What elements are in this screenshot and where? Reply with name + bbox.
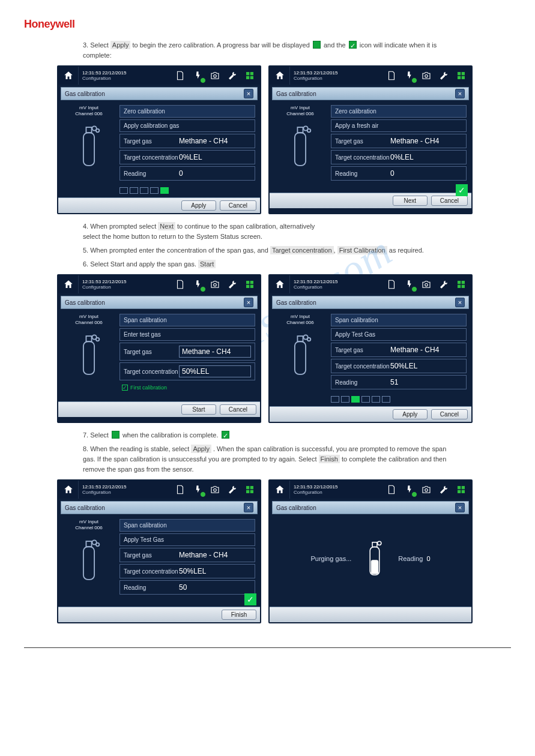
home-button[interactable] [58, 481, 79, 499]
svg-rect-53 [371, 560, 378, 574]
cylinder-icon [77, 122, 100, 171]
target-gas-input[interactable]: Methane - CH4 [179, 346, 251, 358]
screen-span-done: 12:31:53 22/12/2015Configuration Gas cal… [57, 479, 261, 623]
camera-icon[interactable] [207, 277, 223, 292]
apply-button[interactable]: Apply [393, 409, 428, 419]
tools-icon[interactable] [225, 277, 240, 292]
screens-row-1: 12:31:53 22/12/2015 Configuration Gas ca… [57, 65, 511, 214]
svg-point-8 [96, 129, 99, 132]
close-button[interactable]: × [244, 298, 253, 307]
topbar: 12:31:53 22/12/2015 Configuration [58, 67, 260, 85]
camera-icon[interactable] [419, 482, 434, 497]
sd-card-icon[interactable] [384, 277, 399, 292]
close-button[interactable]: × [455, 503, 465, 512]
svg-rect-21 [246, 285, 249, 288]
home-button[interactable] [58, 67, 79, 85]
tools-icon[interactable] [436, 68, 452, 83]
cylinder-fill-icon [364, 538, 385, 580]
edit-icon[interactable] [242, 482, 258, 497]
success-check-icon: ✓ [244, 593, 256, 605]
finish-button[interactable]: Finish [222, 610, 256, 620]
edit-icon[interactable] [242, 277, 258, 292]
svg-rect-3 [246, 76, 249, 79]
step-4-text: 4. When prompted select Next to continue… [83, 221, 452, 242]
svg-rect-22 [250, 285, 253, 288]
svg-rect-28 [458, 281, 461, 284]
edit-icon[interactable] [242, 68, 258, 83]
camera-icon[interactable] [419, 68, 434, 83]
button-bar: Apply Cancel [58, 197, 260, 213]
sd-card-icon[interactable] [384, 482, 399, 497]
home-button[interactable] [270, 481, 290, 499]
value-reading: 0 [179, 169, 251, 178]
cylinder-icon [77, 536, 100, 585]
sd-card-icon[interactable] [384, 68, 399, 83]
home-button[interactable] [58, 275, 79, 293]
kv-target-gas: Target gasMethane - CH4 [119, 134, 255, 148]
screens-row-3: 12:31:53 22/12/2015Configuration Gas cal… [57, 479, 511, 623]
progress-square-icon [313, 41, 321, 49]
power-icon[interactable] [190, 482, 205, 497]
cancel-button[interactable]: Cancel [431, 196, 468, 206]
tools-icon[interactable] [436, 277, 452, 292]
cylinder-icon [289, 331, 312, 380]
apply-button[interactable]: Apply [181, 200, 216, 211]
close-button[interactable]: × [244, 503, 253, 512]
home-button[interactable] [270, 275, 290, 293]
tools-icon[interactable] [436, 482, 452, 497]
close-button[interactable]: × [244, 89, 253, 98]
cancel-button[interactable]: Cancel [220, 200, 256, 211]
power-icon[interactable] [401, 277, 417, 292]
svg-rect-37 [246, 486, 249, 489]
close-button[interactable]: × [455, 89, 465, 98]
svg-point-17 [307, 129, 310, 132]
home-button[interactable] [270, 67, 290, 85]
power-icon[interactable] [401, 68, 417, 83]
tools-icon[interactable] [225, 68, 240, 83]
camera-icon[interactable] [419, 277, 434, 292]
svg-rect-51 [372, 542, 377, 547]
power-icon[interactable] [190, 277, 205, 292]
start-button[interactable]: Start [181, 404, 216, 415]
panel-body: mV Input Channel 006 Zero calibration Ap… [58, 103, 260, 197]
camera-icon[interactable] [207, 68, 223, 83]
sd-card-icon[interactable] [172, 277, 188, 292]
next-button[interactable]: Next [393, 196, 428, 206]
svg-rect-12 [458, 76, 461, 79]
screen-purging: 12:31:53 22/12/2015Configuration Gas cal… [268, 479, 473, 623]
svg-rect-19 [246, 281, 249, 284]
close-button[interactable]: × [455, 298, 465, 307]
camera-icon[interactable] [207, 482, 223, 497]
s3b: to begin the zero calibration. A progres… [132, 41, 309, 49]
edit-icon[interactable] [453, 482, 469, 497]
svg-rect-33 [297, 336, 303, 341]
svg-rect-30 [458, 285, 461, 288]
svg-rect-40 [250, 490, 253, 493]
panel-titlebar: Gas calibration × [61, 87, 258, 100]
s3c: and the [324, 41, 348, 49]
sd-card-icon[interactable] [172, 482, 188, 497]
svg-rect-38 [250, 486, 253, 489]
cancel-button[interactable]: Cancel [431, 409, 468, 419]
svg-rect-24 [86, 336, 91, 341]
action-instruction: Apply calibration gas [119, 119, 255, 132]
first-calibration-checkbox[interactable]: ✓First calibration [119, 385, 255, 391]
power-icon[interactable] [401, 482, 417, 497]
svg-rect-6 [86, 127, 91, 133]
s3a: 3. Select [83, 41, 110, 49]
power-icon[interactable] [190, 68, 205, 83]
tools-icon[interactable] [225, 482, 240, 497]
screen-span-apply: 12:31:53 22/12/2015Configuration Gas cal… [268, 274, 473, 423]
channel-label: mV Input Channel 006 [75, 105, 102, 117]
svg-point-18 [214, 284, 217, 287]
sd-card-icon[interactable] [172, 68, 188, 83]
cancel-button[interactable]: Cancel [220, 404, 256, 415]
svg-rect-32 [295, 342, 306, 375]
svg-point-45 [425, 489, 428, 492]
svg-point-44 [96, 543, 99, 546]
edit-icon[interactable] [453, 277, 469, 292]
kv-reading: Reading0 [119, 166, 255, 181]
target-conc-input[interactable]: 50%LEL [179, 365, 251, 377]
footer-divider [24, 647, 511, 648]
edit-icon[interactable] [453, 68, 469, 83]
